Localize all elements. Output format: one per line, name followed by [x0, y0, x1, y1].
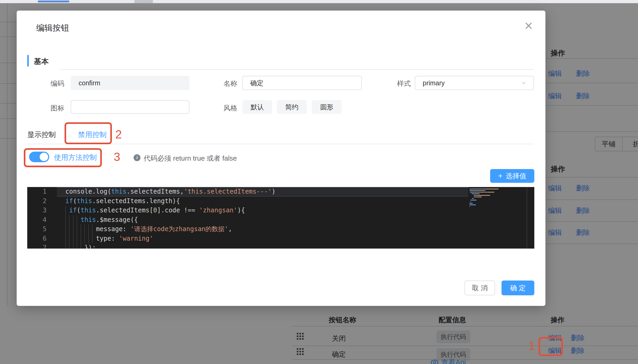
section-accent-bar: [27, 55, 29, 67]
code-line[interactable]: 6type: 'warning': [27, 234, 534, 244]
code-line[interactable]: 4this.$message({: [27, 215, 534, 225]
code-line[interactable]: 3if(this.selectedItems[0].code !== 'zhan…: [27, 206, 534, 215]
name-label: 名称: [206, 79, 237, 88]
editor-minimap[interactable]: [470, 189, 527, 208]
info-icon: i: [134, 154, 140, 161]
dialog-title: 编辑按钮: [36, 22, 69, 34]
style-select[interactable]: primary: [415, 76, 534, 90]
annotation-number-3: 3: [114, 150, 120, 164]
section-divider: [61, 69, 534, 70]
fengge-option-default[interactable]: 默认: [242, 100, 272, 114]
name-input[interactable]: 确定: [242, 76, 362, 90]
ok-button[interactable]: 确 定: [502, 281, 534, 295]
code-line[interactable]: 1console.log(this.selectedItems,'this.se…: [27, 187, 534, 197]
chevron-down-icon: [521, 81, 526, 85]
annotation-number-1: 1: [528, 339, 535, 352]
close-icon[interactable]: ×: [524, 20, 533, 31]
name-input-value: 确定: [250, 79, 263, 87]
fengge-option-round[interactable]: 圆形: [312, 100, 342, 114]
code-line[interactable]: 5message: '请选择code为zhangsan的数据',: [27, 225, 534, 234]
screen: 操作 编辑 删除 编辑 删除 平铺 折 操作 编辑 删除 编辑 删除: [0, 0, 638, 364]
icon-label: 图标: [33, 104, 64, 113]
browser-tab-strip: [0, 0, 638, 3]
cancel-button[interactable]: 取 消: [464, 281, 495, 295]
code-line[interactable]: 7});: [27, 243, 534, 249]
icon-input[interactable]: [71, 100, 189, 114]
annotation-box-1: [539, 337, 563, 356]
annotation-number-2: 2: [115, 128, 122, 141]
editor-scrollbar-divider: [527, 187, 527, 249]
pick-value-label: 选择值: [506, 171, 526, 181]
tab-strip-divider: [134, 0, 153, 3]
style-select-value: primary: [423, 79, 445, 87]
section-title: 基本: [34, 57, 49, 67]
fengge-label: 风格: [206, 104, 237, 113]
annotation-box-3: [24, 148, 102, 167]
pick-value-button[interactable]: + 选择值: [490, 169, 534, 183]
code-editor[interactable]: 1console.log(this.selectedItems,'this.se…: [27, 187, 534, 249]
code-input-value: confirm: [79, 79, 100, 87]
style-label: 样式: [379, 79, 411, 88]
active-tab-indicator: [38, 1, 69, 2]
edit-button-dialog: 编辑按钮 × 基本 编码 confirm 名称 确定 样式 primary 图标…: [17, 11, 545, 306]
plus-icon: +: [498, 172, 502, 180]
hint-text: 代码必须 return true 或者 false: [144, 154, 237, 163]
fengge-option-simple[interactable]: 简约: [277, 100, 307, 114]
code-input[interactable]: confirm: [71, 76, 189, 90]
annotation-box-2: [65, 122, 112, 144]
code-label: 编码: [33, 79, 64, 88]
tab-show-control[interactable]: 显示控制: [27, 130, 56, 139]
code-line[interactable]: 2if(this.selectedItems.length){: [27, 197, 534, 206]
